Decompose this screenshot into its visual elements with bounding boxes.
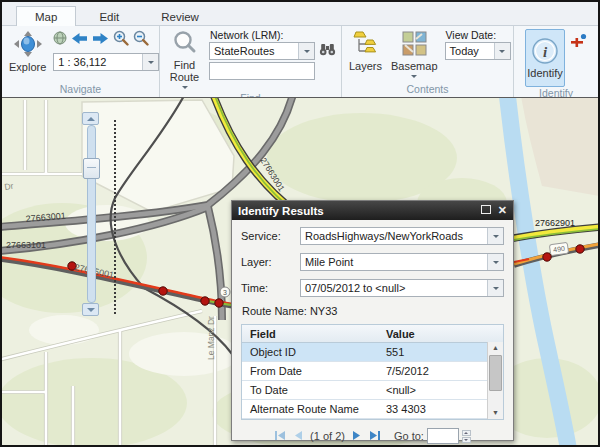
scrollbar-thumb[interactable] — [489, 355, 502, 391]
identify-route-tool-icon[interactable] — [570, 33, 587, 87]
identify-icon: i — [531, 37, 559, 67]
svg-text:Dr: Dr — [4, 181, 15, 192]
pagination-bar: (1 of 2) Go to: — [241, 428, 504, 444]
ribbon: Map Edit Review — [2, 2, 598, 97]
service-combobox[interactable]: RoadsHighways/NewYorkRoads — [300, 227, 504, 245]
explore-icon — [14, 31, 42, 61]
forward-arrow-icon[interactable] — [92, 31, 109, 49]
identify-results-titlebar[interactable]: Identify Results ✕ — [232, 201, 513, 220]
route-shield-490: 490 — [549, 242, 568, 255]
table-row[interactable]: To Date <null> — [242, 381, 503, 400]
svg-text:Le Manz Dr: Le Manz Dr — [206, 316, 216, 360]
zoom-in-icon[interactable] — [113, 30, 129, 50]
panel-title-text: Identify Results — [238, 205, 324, 217]
previous-page-button[interactable] — [293, 430, 303, 443]
tab-map[interactable]: Map — [16, 6, 76, 26]
page-indicator: (1 of 2) — [310, 430, 345, 442]
ribbon-tabstrip: Map Edit Review — [2, 2, 598, 26]
find-route-button[interactable]: Find Route — [165, 29, 204, 92]
zoom-slider-up-button[interactable] — [82, 112, 99, 125]
group-identify: i Identify Identify — [514, 26, 598, 97]
goto-label: Go to: — [394, 430, 424, 442]
zoom-slider-track[interactable] — [87, 125, 96, 303]
first-page-button[interactable] — [274, 430, 286, 443]
tab-review[interactable]: Review — [142, 6, 218, 26]
navigate-group-label: Navigate — [2, 83, 159, 97]
close-icon[interactable]: ✕ — [498, 205, 507, 216]
layers-icon — [353, 31, 379, 60]
contents-group-label: Contents — [342, 83, 513, 97]
scrollbar-down-icon[interactable]: ▼ — [492, 407, 499, 419]
time-dropdown-button[interactable] — [487, 280, 503, 296]
attributes-table: Field Value Object ID 551 From Date 7/5/… — [241, 324, 504, 420]
map-view[interactable]: 490 3 27663001 27663101 27625001 2 — [2, 97, 598, 446]
scale-dropdown-button[interactable] — [142, 54, 158, 70]
table-scrollbar[interactable]: ▲ ▼ — [487, 342, 503, 419]
table-row[interactable]: From Date 7/5/2012 — [242, 362, 503, 381]
back-arrow-icon[interactable] — [71, 31, 88, 49]
svg-text:27662901: 27662901 — [535, 218, 575, 228]
time-label: Time: — [241, 282, 300, 294]
svg-text:3: 3 — [223, 289, 227, 296]
group-navigate: Explore — [2, 26, 160, 97]
scale-combobox[interactable]: 1 : 36,112 — [53, 53, 159, 71]
identify-results-panel: Identify Results ✕ Service: RoadsHighway… — [231, 200, 514, 441]
basemap-icon — [402, 31, 427, 60]
globe-icon[interactable] — [53, 31, 67, 49]
identify-button[interactable]: i Identify — [525, 29, 565, 87]
view-date-dropdown-button[interactable] — [494, 43, 510, 59]
binoculars-icon[interactable] — [319, 42, 336, 60]
basemap-dropdown-icon — [411, 75, 417, 81]
group-find: Find Route Network (LRM): StateRoutes — [160, 26, 342, 97]
basemap-button[interactable]: Basemap — [389, 29, 439, 83]
zoom-out-icon[interactable] — [133, 30, 149, 50]
explore-label: Explore — [9, 61, 46, 73]
last-page-button[interactable] — [369, 430, 381, 443]
view-date-label: View Date: — [446, 29, 511, 41]
table-row[interactable]: Object ID 551 — [242, 343, 503, 362]
route-name-line: Route Name: NY33 — [242, 305, 504, 317]
network-combobox[interactable]: StateRoutes — [209, 42, 315, 60]
scrollbar-up-icon[interactable]: ▲ — [492, 342, 499, 354]
layer-label: Layer: — [241, 256, 300, 268]
scale-value: 1 : 36,112 — [54, 56, 142, 68]
zoom-slider[interactable] — [82, 112, 101, 316]
service-dropdown-button[interactable] — [487, 228, 503, 244]
explore-button[interactable]: Explore — [7, 29, 48, 83]
goto-spinner[interactable] — [462, 430, 471, 443]
table-header-row: Field Value — [242, 325, 503, 343]
maximize-icon[interactable] — [481, 205, 491, 216]
tab-edit[interactable]: Edit — [80, 6, 138, 26]
group-contents: Layers Basemap — [342, 26, 514, 97]
route-input-field[interactable] — [209, 62, 315, 80]
layer-dropdown-button[interactable] — [487, 254, 503, 270]
zoom-slider-handle[interactable] — [83, 158, 100, 179]
app-window: Map Edit Review — [0, 0, 600, 447]
layers-button[interactable]: Layers — [347, 29, 384, 83]
svg-text:27663101: 27663101 — [6, 240, 46, 250]
service-label: Service: — [241, 230, 300, 242]
network-lrm-label: Network (LRM): — [210, 29, 336, 41]
goto-input[interactable] — [427, 428, 459, 444]
view-date-combobox[interactable]: Today — [445, 42, 511, 60]
time-combobox[interactable]: 07/05/2012 to <null> — [300, 279, 504, 297]
find-route-icon — [173, 31, 197, 59]
map-circle-marker: 3 — [220, 287, 230, 297]
next-page-button[interactable] — [352, 430, 362, 443]
zoom-slider-ticks — [114, 120, 116, 314]
table-row[interactable]: Alternate Route Name 33 4303 — [242, 400, 503, 419]
network-dropdown-button[interactable] — [298, 43, 314, 59]
zoom-slider-down-button[interactable] — [82, 303, 99, 316]
layer-combobox[interactable]: Mile Point — [300, 253, 504, 271]
field-column-header: Field — [242, 328, 378, 340]
value-column-header: Value — [378, 328, 503, 340]
